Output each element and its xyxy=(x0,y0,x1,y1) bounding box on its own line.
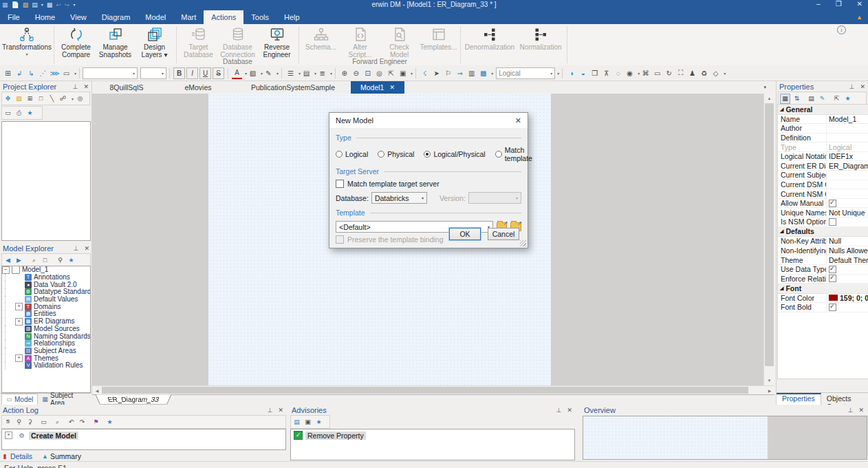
advisories-close-icon[interactable]: ✕ xyxy=(567,407,572,414)
manage-snapshots-button[interactable]: Manage Snapshots xyxy=(96,25,135,58)
pe-newfile-icon[interactable]: ▭ xyxy=(3,109,12,118)
identifying-rel-icon[interactable]: ↳ xyxy=(26,68,36,78)
overview-canvas-area[interactable] xyxy=(768,416,867,460)
underline-icon[interactable]: U xyxy=(199,67,211,79)
menu-file[interactable]: File xyxy=(0,10,28,24)
action-log-item-expander[interactable]: + xyxy=(5,432,12,439)
prop-font-bold[interactable]: Font Bold xyxy=(778,303,868,312)
display-level-combo[interactable]: Logical ▾ xyxy=(496,67,555,79)
ribbon-collapse-icon[interactable]: ▲ xyxy=(856,14,862,21)
al-book-icon[interactable]: ★ xyxy=(105,418,114,427)
font-bold-checkbox[interactable] xyxy=(829,304,836,311)
prop-current-er-diagram[interactable]: Current ER DiagER_Diagram_33 xyxy=(778,161,868,171)
nonidentifying-rel-icon[interactable]: ⋰ xyxy=(38,68,48,78)
strikethrough-icon[interactable]: S xyxy=(213,67,224,79)
categorized-icon[interactable]: ▦ xyxy=(780,94,790,104)
manytomany-rel-icon[interactable]: ⋙ xyxy=(50,68,60,78)
section-defaults[interactable]: ◢Defaults xyxy=(778,227,868,237)
advisory-item[interactable]: ✓ Remove Property xyxy=(291,429,574,440)
al-find-icon[interactable]: ⚲ xyxy=(14,418,23,427)
tree-item-default-values[interactable]: ▤Default Values xyxy=(2,296,90,304)
zoom-region-icon[interactable]: ⊡ xyxy=(362,68,373,78)
pe-book-icon[interactable]: ★ xyxy=(25,109,34,118)
properties-pin-icon[interactable]: ⊥ xyxy=(849,83,855,90)
menu-help[interactable]: Help xyxy=(276,10,307,24)
domains-expander[interactable]: + xyxy=(15,303,23,310)
info-icon[interactable]: i xyxy=(837,25,846,34)
transform-icon[interactable]: ☇ xyxy=(420,68,430,78)
tree-item-er-diagrams[interactable]: +▩ER Diagrams xyxy=(2,318,90,326)
horizontal-scrollbar[interactable]: ◀ ▶ xyxy=(92,385,774,394)
scroll-down-icon[interactable]: ▼ xyxy=(764,379,774,383)
prop-allow-manual[interactable]: Allow Manual F xyxy=(778,199,868,209)
action-log-item[interactable]: + ⚙ Create Model xyxy=(2,429,285,440)
tab-properties[interactable]: Properties xyxy=(777,393,821,405)
me-delete-icon[interactable]: □ xyxy=(41,256,50,265)
pe-sync-icon[interactable]: ✥ xyxy=(3,94,12,103)
section-font[interactable]: ◢Font xyxy=(778,284,868,294)
prop-current-nsm[interactable]: Current NSM O xyxy=(778,189,868,199)
dialog-close-icon[interactable]: ✕ xyxy=(515,116,521,125)
er-diagrams-expander[interactable]: + xyxy=(15,318,23,326)
radio-logical-physical-circle[interactable] xyxy=(424,151,431,158)
pe-template-icon[interactable]: ╲ xyxy=(47,94,56,103)
diamond-icon[interactable]: ◇ xyxy=(710,68,721,78)
menu-mart[interactable]: Mart xyxy=(173,10,204,24)
adv-book-icon[interactable]: ★ xyxy=(314,418,323,427)
report-icon[interactable]: ▥ xyxy=(466,68,477,78)
me-back-icon[interactable]: ◀ xyxy=(3,256,12,265)
advisories-pin-icon[interactable]: ⊥ xyxy=(556,407,562,414)
doc-tab-model1[interactable]: Model1 ✕ xyxy=(351,81,404,94)
property-edit-icon[interactable]: ✎ xyxy=(818,94,827,103)
minimize-button[interactable]: – xyxy=(816,0,821,8)
zoom-dropdown-icon[interactable]: ▾ xyxy=(411,71,413,76)
al-comment-icon[interactable]: ▭ xyxy=(39,418,48,427)
menu-model[interactable]: Model xyxy=(138,10,173,24)
doc-tab-8quillsqls[interactable]: 8QuillSqlS xyxy=(92,81,161,94)
zoom-100-icon[interactable]: ◎ xyxy=(374,68,384,78)
property-page-icon[interactable]: ▤ xyxy=(807,94,816,103)
ok-button[interactable]: OK xyxy=(449,228,481,240)
project-explorer-close-icon[interactable]: ✕ xyxy=(83,83,89,90)
use-datatype-checkbox[interactable] xyxy=(829,266,836,273)
prop-theme[interactable]: ThemeDefault Theme xyxy=(778,255,868,265)
model-explorer-close-icon[interactable]: ✕ xyxy=(84,245,89,252)
level-icon[interactable]: ▩ xyxy=(478,68,488,78)
scroll-right-icon[interactable]: ▶ xyxy=(767,388,772,393)
al-glasses-icon[interactable]: ⋾ xyxy=(3,418,12,427)
adv-save-icon[interactable]: ▤ xyxy=(292,418,301,427)
match-template-checkbox-row[interactable]: Match template target server xyxy=(336,180,521,188)
pe-print-icon[interactable]: ⎙ xyxy=(14,109,23,118)
prop-use-datatype[interactable]: Use Data Type I xyxy=(778,265,868,275)
rel-hidden-icon[interactable]: ◒ xyxy=(578,68,588,78)
line-color-dropdown-icon[interactable]: ▾ xyxy=(276,71,279,76)
enforce-relation-checkbox[interactable] xyxy=(829,275,836,282)
prop-name[interactable]: NameModel_1 xyxy=(778,115,868,125)
pe-connect-icon[interactable]: ☍ xyxy=(58,94,67,103)
properties-help-icon[interactable]: ★ xyxy=(843,94,852,103)
horizontal-scroll-thumb[interactable] xyxy=(102,387,748,394)
rel-visible-icon[interactable]: ◑ xyxy=(566,68,576,78)
prop-unique-names[interactable]: Unique NamesNot Unique xyxy=(778,208,868,217)
tab-model[interactable]: ▭ Model xyxy=(1,394,38,405)
tools-dropdown-icon[interactable]: ▾ xyxy=(74,71,76,76)
lamp-icon[interactable]: ⚐ xyxy=(443,68,453,78)
close-button[interactable]: ✕ xyxy=(857,0,862,8)
radio-logical-physical[interactable]: Logical/Physical xyxy=(424,150,485,158)
align-icon[interactable]: ☰ xyxy=(285,68,296,78)
is-nsm-checkbox[interactable] xyxy=(829,218,836,226)
highlight-dropdown-icon[interactable]: ▾ xyxy=(638,71,640,76)
pe-mart-model-icon[interactable]: □ xyxy=(36,94,45,103)
prop-current-dsm[interactable]: Current DSM O xyxy=(778,180,868,190)
al-flag-icon[interactable]: ⚑ xyxy=(91,418,100,427)
tree-item-validation-rules[interactable]: VValidation Rules xyxy=(2,362,90,370)
forward-icon[interactable]: ➤ xyxy=(431,68,442,78)
al-redo-to-icon[interactable]: ↷ xyxy=(78,418,87,427)
new-window-icon[interactable]: ❐ xyxy=(589,68,600,78)
zoom-out-icon[interactable]: ⊖ xyxy=(351,68,361,78)
doc-tab-emovies[interactable]: eMovies xyxy=(161,81,235,94)
font-name-combo[interactable]: ▾ xyxy=(83,67,138,79)
me-find-icon[interactable]: ⚲ xyxy=(56,256,65,265)
scroll-up-icon[interactable]: ▲ xyxy=(764,96,774,100)
prop-definition[interactable]: Definition xyxy=(778,134,868,143)
